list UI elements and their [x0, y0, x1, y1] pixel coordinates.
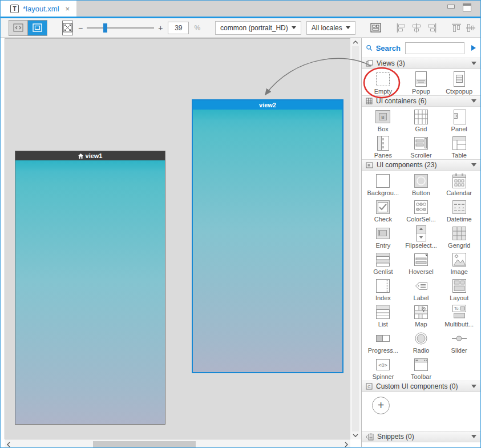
palette-item-calendar[interactable]: Calendar [440, 172, 478, 197]
collapse-chevron-icon [471, 385, 476, 388]
palette-item-label: Slider [451, 347, 467, 354]
palette-item-label: Label [414, 294, 429, 301]
sidebar-bottom-filler [362, 442, 480, 447]
grid-preview-button[interactable] [370, 21, 381, 35]
palette-item-hoversel[interactable]: Hoversel [402, 251, 440, 276]
design-canvas[interactable]: view1 view2 [5, 38, 350, 439]
palette-item-ctxpopup[interactable]: Ctxpopup [440, 70, 478, 95]
search-go-icon[interactable] [471, 45, 476, 51]
view1-body[interactable] [15, 160, 165, 424]
maximize-view-icon[interactable] [463, 3, 471, 11]
align-left-button[interactable] [396, 21, 406, 35]
fit-to-screen-button[interactable] [62, 21, 73, 35]
view1-mockup[interactable]: view1 [15, 151, 165, 425]
palette-item-label[interactable]: Label [402, 277, 440, 302]
tab-close-icon[interactable]: × [66, 5, 70, 13]
section-title: Custom UI components (0) [376, 382, 468, 390]
palette-item-toolbar[interactable]: Toolbar [402, 356, 440, 381]
profile-select[interactable]: common (portrait_HD) [215, 21, 301, 35]
align-middle-icon [466, 23, 475, 33]
palette-item-spinner[interactable]: <0> Spinner [364, 356, 402, 381]
palette-item-multibuttonentry[interactable]: To: Multibutt... [440, 303, 478, 328]
genlist-icon [373, 251, 393, 268]
palette-row: Empty Popup Ctxpopup [362, 69, 480, 95]
section-header-ui-components[interactable]: UI components (23) [362, 159, 480, 171]
design-view-button[interactable] [28, 21, 47, 35]
tab-layout-xml[interactable]: T *layout.xml × [5, 1, 76, 17]
palette-item-entry[interactable]: Entry [364, 224, 402, 249]
horizontal-scrollbar[interactable] [5, 440, 350, 448]
minimize-view-icon[interactable] [447, 5, 455, 9]
palette-item-label: Panel [451, 126, 467, 132]
palette-item-slider[interactable]: Slider [440, 329, 478, 354]
palette-item-popup[interactable]: Popup [402, 70, 440, 95]
palette-item-box[interactable]: B Box [364, 108, 402, 133]
zoom-slider-thumb[interactable] [103, 23, 107, 33]
multibuttonentry-icon: To: [449, 303, 470, 321]
palette-item-radio[interactable]: Radio [402, 329, 440, 354]
align-right-button[interactable] [427, 21, 437, 35]
vertical-scroll-track[interactable] [352, 46, 359, 431]
scroll-left-icon[interactable] [7, 442, 10, 447]
palette-item-table[interactable]: Table [440, 134, 478, 159]
svg-text:C: C [367, 384, 371, 389]
colorselector-icon [411, 198, 431, 216]
palette-item-scroller[interactable]: Scroller [402, 134, 440, 159]
zoom-in-button[interactable]: + [158, 24, 163, 32]
source-view-button[interactable] [9, 21, 28, 35]
palette-row: Genlist Hoversel Image [362, 249, 480, 276]
section-header-ui-containers[interactable]: UI containers (6) [362, 95, 480, 107]
view2-mockup[interactable]: view2 [192, 99, 343, 373]
view2-body[interactable] [193, 110, 342, 372]
palette-item-panel[interactable]: Panel [440, 108, 478, 133]
palette-item-grid[interactable]: Grid [402, 108, 440, 133]
scroll-right-icon[interactable] [345, 442, 348, 447]
zoom-level-input[interactable] [168, 22, 189, 34]
palette-item-label: Radio [413, 347, 430, 354]
palette-item-label: Gengrid [448, 242, 470, 249]
palette-item-image[interactable]: Image [440, 251, 478, 276]
palette-item-gengrid[interactable]: Gengrid [440, 224, 478, 249]
palette-item-label: Box [378, 126, 389, 132]
section-header-custom-components[interactable]: C Custom UI components (0) [362, 381, 480, 392]
align-top-button[interactable] [452, 21, 461, 35]
palette-item-index[interactable]: Index [364, 277, 402, 302]
scroll-down-icon[interactable] [353, 434, 358, 437]
palette-item-flipselector[interactable]: Flipselect... [402, 224, 440, 249]
align-center-icon [411, 23, 422, 33]
flipselector-icon [411, 224, 431, 242]
section-title: UI containers (6) [376, 97, 468, 105]
palette-item-label: Popup [412, 88, 430, 95]
add-custom-component-button[interactable]: + [372, 397, 390, 414]
palette-item-check[interactable]: Check [364, 198, 402, 223]
section-header-views[interactable]: Views (3) [362, 58, 480, 69]
zoom-out-button[interactable]: − [78, 24, 83, 32]
palette-item-panes[interactable]: Panes [364, 134, 402, 159]
palette-item-label: Ctxpopup [446, 88, 472, 95]
custom-components-section-icon: C [366, 383, 373, 390]
zoom-slider-track[interactable] [87, 23, 154, 33]
search-input[interactable] [405, 42, 464, 54]
align-middle-button[interactable] [466, 21, 475, 35]
vertical-scrollbar[interactable] [350, 38, 361, 439]
locale-select[interactable]: All locales [306, 21, 355, 35]
palette-item-colorselector[interactable]: ColorSel... [402, 198, 440, 223]
palette-item-map[interactable]: Map [402, 303, 440, 328]
palette-item-datetime[interactable]: Datetime [440, 198, 478, 223]
source-view-icon [13, 23, 23, 32]
collapse-chevron-icon [471, 99, 476, 103]
palette-item-genlist[interactable]: Genlist [364, 251, 402, 276]
palette-item-background[interactable]: Backgrou... [364, 172, 402, 197]
section-header-snippets[interactable]: Snippets (0) [362, 431, 480, 442]
view1-header[interactable]: view1 [15, 151, 165, 160]
horizontal-scroll-thumb[interactable] [93, 441, 196, 447]
palette-item-list[interactable]: List [364, 303, 402, 328]
palette-item-empty[interactable]: Empty [364, 70, 402, 95]
view2-header[interactable]: view2 [193, 100, 342, 110]
palette-item-layout[interactable]: Layout [440, 277, 478, 302]
palette-item-button[interactable]: Button [402, 172, 440, 197]
palette-item-progressbar[interactable]: Progress... [364, 329, 402, 354]
scroll-up-icon[interactable] [353, 41, 358, 44]
scroller-icon [411, 134, 431, 152]
align-center-button[interactable] [411, 21, 422, 35]
